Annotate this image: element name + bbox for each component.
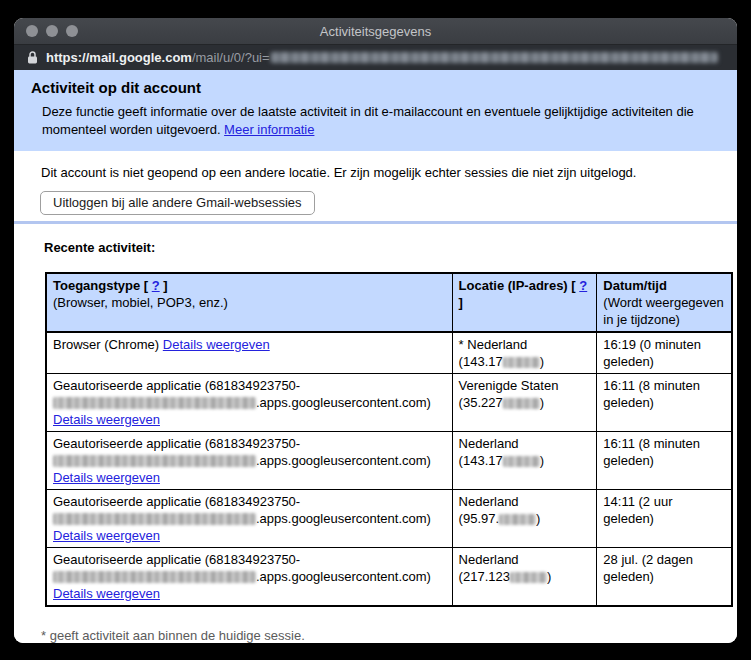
activity-row: Geautoriseerde applicatie (681834923750-…: [46, 374, 732, 432]
activity-row: Geautoriseerde applicatie (681834923750-…: [46, 432, 732, 490]
ip-suffix: ): [540, 395, 544, 410]
session-status-text: Dit account is niet geopend op een ander…: [41, 164, 721, 182]
access-type-text: Geautoriseerde applicatie (681834923750-: [53, 378, 300, 393]
ip-redacted-blur: [503, 456, 540, 467]
access-type-cell: Geautoriseerde applicatie (681834923750-…: [46, 490, 452, 548]
session-section: Dit account is niet geopend op een ander…: [14, 151, 737, 215]
activity-row: Browser (Chrome) Details weergeven* Nede…: [46, 332, 732, 374]
details-link[interactable]: Details weergeven: [163, 337, 270, 352]
access-type-help-link[interactable]: ?: [152, 278, 160, 293]
client-id-redacted-blur: [53, 571, 256, 583]
more-info-link[interactable]: Meer informatie: [224, 122, 314, 137]
client-id-redacted-blur: [53, 513, 256, 525]
activity-row: Geautoriseerde applicatie (681834923750-…: [46, 548, 732, 607]
ip-prefix: (143.17: [459, 354, 503, 369]
url-text[interactable]: https://mail.google.com/mail/u/0/?ui=: [46, 50, 718, 65]
header-access-type: Toegangstype [ ? ] (Browser, mobiel, POP…: [46, 273, 452, 332]
titlebar[interactable]: Activiteitsgegevens: [14, 18, 737, 45]
details-link[interactable]: Details weergeven: [53, 470, 160, 485]
datetime-cell: 28 jul. (2 dagen geleden): [597, 548, 732, 607]
client-id-redacted-blur: [53, 455, 256, 467]
details-link[interactable]: Details weergeven: [53, 412, 160, 427]
access-type-cell: Geautoriseerde applicatie (681834923750-…: [46, 374, 452, 432]
location-cell: Verenigde Staten(35.227): [452, 374, 597, 432]
zoom-window-button[interactable]: [66, 25, 78, 37]
ip-suffix: ): [536, 511, 540, 526]
browser-popup-window: Activiteitsgegevens https://mail.google.…: [14, 18, 737, 643]
client-id-redacted-blur: [53, 397, 256, 409]
header-access-subtitle: (Browser, mobiel, POP3, enz.): [53, 295, 228, 310]
recent-activity-section: Recente activiteit: Toegangstype [ ? ] (…: [14, 224, 737, 607]
access-type-suffix: .apps.googleusercontent.com): [256, 453, 431, 468]
ip-suffix: ): [547, 569, 551, 584]
ip-redacted-blur: [503, 398, 540, 409]
location-cell: Nederland(95.97.): [452, 490, 597, 548]
session-footnote: * geeft activiteit aan binnen de huidige…: [41, 627, 721, 643]
access-type-cell: Geautoriseerde applicatie (681834923750-…: [46, 548, 452, 607]
signout-other-sessions-button[interactable]: Uitloggen bij alle andere Gmail-websessi…: [40, 191, 315, 215]
ip-redacted-blur: [499, 514, 536, 525]
datetime-cell: 16:19 (0 minuten geleden): [597, 332, 732, 374]
header-datetime-subtitle: (Wordt weergegeven in je tijdzone): [603, 295, 723, 327]
page-content: Activiteit op dit account Deze functie g…: [14, 70, 737, 643]
url-redacted-blur: [270, 52, 718, 63]
access-type-text: Geautoriseerde applicatie (681834923750-: [53, 494, 300, 509]
access-type-text: Geautoriseerde applicatie (681834923750-: [53, 552, 300, 567]
location-text: Nederland: [459, 552, 519, 567]
ip-suffix: ): [540, 354, 544, 369]
activity-table: Toegangstype [ ? ] (Browser, mobiel, POP…: [45, 272, 733, 607]
ip-redacted-blur: [503, 357, 540, 368]
url-domain: https://mail.google.com: [46, 50, 192, 65]
datetime-cell: 16:11 (8 minuten geleden): [597, 432, 732, 490]
account-activity-header: Activiteit op dit account Deze functie g…: [14, 70, 737, 151]
access-type-suffix: .apps.googleusercontent.com): [256, 395, 431, 410]
ip-prefix: (217.123: [459, 569, 510, 584]
location-text: Nederland: [459, 494, 519, 509]
location-cell: Nederland(143.17): [452, 432, 597, 490]
location-cell: Nederland(217.123): [452, 548, 597, 607]
page-title: Activiteit op dit account: [31, 79, 721, 96]
minimize-window-button[interactable]: [46, 25, 58, 37]
recent-activity-label: Recente activiteit:: [44, 240, 721, 255]
url-path: /mail/u/0/?ui=: [192, 50, 270, 65]
lock-icon: [27, 51, 38, 64]
access-type-cell: Browser (Chrome) Details weergeven: [46, 332, 452, 374]
window-title: Activiteitsgegevens: [320, 24, 431, 39]
page-description: Deze functie geeft informatie over de la…: [42, 103, 707, 139]
header-datetime: Datum/tijd (Wordt weergegeven in je tijd…: [597, 273, 732, 332]
datetime-cell: 14:11 (2 uur geleden): [597, 490, 732, 548]
traffic-lights: [26, 18, 78, 44]
activity-row: Geautoriseerde applicatie (681834923750-…: [46, 490, 732, 548]
ip-prefix: (95.97.: [459, 511, 499, 526]
details-link[interactable]: Details weergeven: [53, 586, 160, 601]
datetime-cell: 16:11 (8 minuten geleden): [597, 374, 732, 432]
details-link[interactable]: Details weergeven: [53, 528, 160, 543]
url-bar[interactable]: https://mail.google.com/mail/u/0/?ui=: [14, 45, 737, 70]
location-cell: * Nederland(143.17): [452, 332, 597, 374]
access-type-suffix: .apps.googleusercontent.com): [256, 569, 431, 584]
access-type-suffix: .apps.googleusercontent.com): [256, 511, 431, 526]
location-text: Verenigde Staten: [459, 378, 559, 393]
access-type-text: Geautoriseerde applicatie (681834923750-: [53, 436, 300, 451]
header-location: Locatie (IP-adres) [ ? ]: [452, 273, 597, 332]
footer-notes: * geeft activiteit aan binnen de huidige…: [14, 607, 737, 643]
access-type-text: Browser (Chrome): [53, 337, 163, 352]
access-type-cell: Geautoriseerde applicatie (681834923750-…: [46, 432, 452, 490]
ip-prefix: (35.227: [459, 395, 503, 410]
location-help-link[interactable]: ?: [579, 278, 587, 293]
ip-suffix: ): [540, 453, 544, 468]
ip-redacted-blur: [510, 572, 547, 583]
location-text: Nederland: [459, 436, 519, 451]
table-header-row: Toegangstype [ ? ] (Browser, mobiel, POP…: [46, 273, 732, 332]
ip-prefix: (143.17: [459, 453, 503, 468]
location-text: * Nederland: [459, 337, 528, 352]
close-window-button[interactable]: [26, 25, 38, 37]
